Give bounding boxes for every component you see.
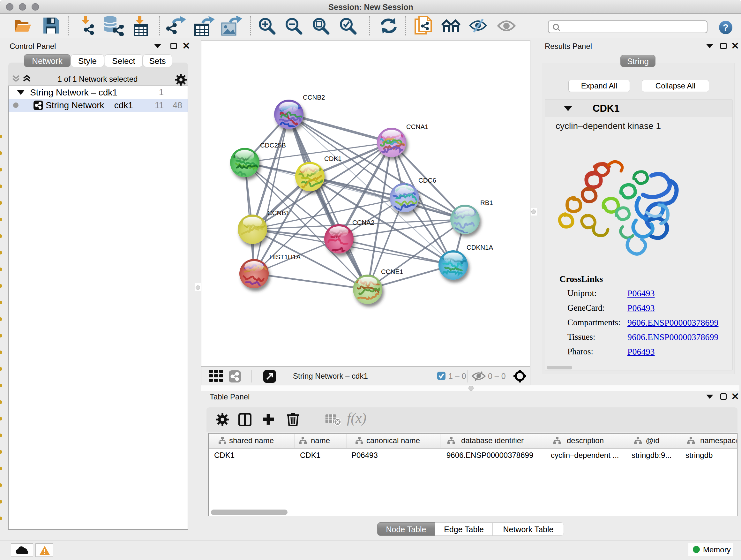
svg-text:CCNA2: CCNA2 [352,219,375,226]
svg-text:CCNB1: CCNB1 [267,209,290,216]
svg-text:CCNB2: CCNB2 [303,94,325,101]
svg-text:CCNA1: CCNA1 [406,123,428,130]
svg-text:RB1: RB1 [480,199,493,206]
svg-text:CCNE1: CCNE1 [381,268,403,275]
svg-text:CDC25B: CDC25B [260,141,286,149]
svg-text:CDKN1A: CDKN1A [467,244,493,251]
svg-text:HIST1H1A: HIST1H1A [269,253,300,260]
svg-text:CDK1: CDK1 [324,155,342,162]
svg-text:CDC6: CDC6 [418,177,436,184]
